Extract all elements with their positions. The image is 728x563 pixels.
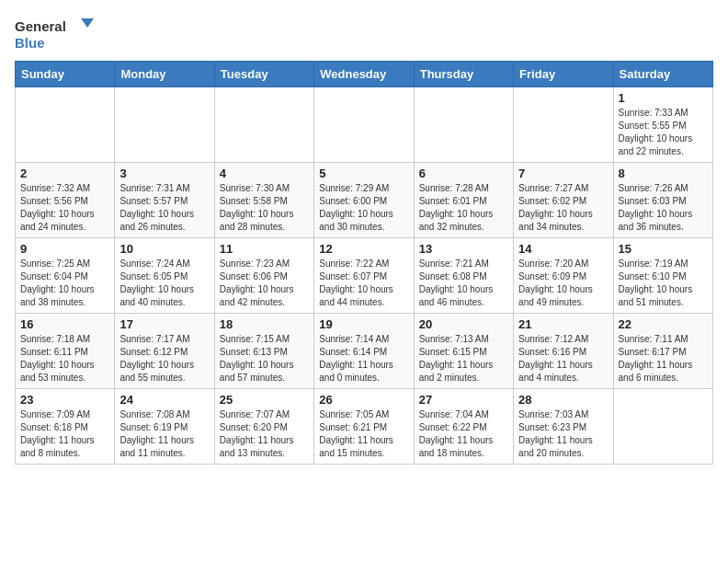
day-number: 7 [518, 167, 608, 180]
day-number: 5 [319, 167, 408, 180]
weekday-header-wednesday: Wednesday [314, 62, 414, 87]
day-info: Sunrise: 7:23 AM Sunset: 6:06 PM Dayligh… [220, 258, 309, 309]
calendar-cell: 5Sunrise: 7:29 AM Sunset: 6:00 PM Daylig… [314, 163, 414, 238]
day-info: Sunrise: 7:03 AM Sunset: 6:23 PM Dayligh… [518, 408, 608, 460]
calendar-cell: 14Sunrise: 7:20 AM Sunset: 6:09 PM Dayli… [514, 238, 613, 314]
day-info: Sunrise: 7:14 AM Sunset: 6:14 PM Dayligh… [319, 333, 408, 385]
day-number: 27 [419, 393, 508, 407]
day-info: Sunrise: 7:11 AM Sunset: 6:17 PM Dayligh… [619, 333, 708, 385]
day-number: 24 [119, 393, 209, 407]
day-number: 14 [518, 242, 608, 256]
logo: General Blue [15, 15, 97, 53]
weekday-header-saturday: Saturday [613, 62, 712, 87]
day-info: Sunrise: 7:22 AM Sunset: 6:07 PM Dayligh… [319, 258, 408, 309]
day-number: 9 [20, 242, 109, 256]
day-info: Sunrise: 7:33 AM Sunset: 5:55 PM Dayligh… [619, 107, 708, 158]
weekday-header-tuesday: Tuesday [214, 62, 313, 87]
calendar-cell: 1Sunrise: 7:33 AM Sunset: 5:55 PM Daylig… [613, 87, 712, 163]
calendar-cell: 15Sunrise: 7:19 AM Sunset: 6:10 PM Dayli… [613, 238, 712, 314]
day-number: 2 [20, 167, 109, 180]
calendar-cell [414, 87, 513, 163]
day-info: Sunrise: 7:13 AM Sunset: 6:15 PM Dayligh… [419, 333, 508, 385]
day-number: 16 [20, 317, 109, 331]
logo-svg: General Blue [15, 15, 97, 53]
calendar-cell: 12Sunrise: 7:22 AM Sunset: 6:07 PM Dayli… [314, 238, 414, 314]
day-info: Sunrise: 7:26 AM Sunset: 6:03 PM Dayligh… [619, 182, 708, 234]
day-info: Sunrise: 7:29 AM Sunset: 6:00 PM Dayligh… [319, 182, 408, 234]
day-number: 12 [319, 242, 408, 256]
weekday-header-monday: Monday [115, 62, 214, 87]
calendar-cell: 9Sunrise: 7:25 AM Sunset: 6:04 PM Daylig… [16, 238, 115, 314]
day-number: 28 [518, 393, 608, 407]
day-info: Sunrise: 7:24 AM Sunset: 6:05 PM Dayligh… [119, 258, 209, 309]
calendar-cell [16, 87, 115, 163]
calendar-cell: 18Sunrise: 7:15 AM Sunset: 6:13 PM Dayli… [214, 314, 313, 389]
calendar-cell: 4Sunrise: 7:30 AM Sunset: 5:58 PM Daylig… [214, 163, 313, 238]
calendar-cell: 27Sunrise: 7:04 AM Sunset: 6:22 PM Dayli… [414, 389, 513, 465]
day-info: Sunrise: 7:08 AM Sunset: 6:19 PM Dayligh… [119, 408, 209, 460]
day-number: 4 [220, 167, 309, 180]
day-number: 15 [619, 242, 708, 256]
weekday-header-thursday: Thursday [414, 62, 513, 87]
day-number: 21 [518, 317, 608, 331]
day-number: 19 [319, 317, 408, 331]
day-info: Sunrise: 7:05 AM Sunset: 6:21 PM Dayligh… [319, 408, 408, 460]
calendar-cell [314, 87, 414, 163]
calendar-cell: 25Sunrise: 7:07 AM Sunset: 6:20 PM Dayli… [214, 389, 313, 465]
day-info: Sunrise: 7:04 AM Sunset: 6:22 PM Dayligh… [419, 408, 508, 460]
page-header: General Blue [15, 15, 713, 53]
calendar-cell: 22Sunrise: 7:11 AM Sunset: 6:17 PM Dayli… [613, 314, 712, 389]
day-info: Sunrise: 7:15 AM Sunset: 6:13 PM Dayligh… [220, 333, 309, 385]
calendar-cell: 20Sunrise: 7:13 AM Sunset: 6:15 PM Dayli… [414, 314, 513, 389]
weekday-header-friday: Friday [514, 62, 613, 87]
day-number: 6 [419, 167, 508, 180]
calendar-cell: 3Sunrise: 7:31 AM Sunset: 5:57 PM Daylig… [115, 163, 214, 238]
calendar-cell: 21Sunrise: 7:12 AM Sunset: 6:16 PM Dayli… [514, 314, 613, 389]
day-info: Sunrise: 7:30 AM Sunset: 5:58 PM Dayligh… [220, 182, 309, 234]
calendar-cell [514, 87, 613, 163]
day-number: 10 [119, 242, 209, 256]
day-number: 20 [419, 317, 508, 331]
week-row-3: 9Sunrise: 7:25 AM Sunset: 6:04 PM Daylig… [16, 238, 713, 314]
day-number: 1 [619, 91, 708, 105]
calendar-cell: 8Sunrise: 7:26 AM Sunset: 6:03 PM Daylig… [613, 163, 712, 238]
calendar-cell: 17Sunrise: 7:17 AM Sunset: 6:12 PM Dayli… [115, 314, 214, 389]
day-info: Sunrise: 7:20 AM Sunset: 6:09 PM Dayligh… [518, 258, 608, 309]
calendar-cell: 24Sunrise: 7:08 AM Sunset: 6:19 PM Dayli… [115, 389, 214, 465]
calendar-cell: 16Sunrise: 7:18 AM Sunset: 6:11 PM Dayli… [16, 314, 115, 389]
day-info: Sunrise: 7:21 AM Sunset: 6:08 PM Dayligh… [419, 258, 508, 309]
weekday-header-sunday: Sunday [16, 62, 115, 87]
day-number: 3 [119, 167, 209, 180]
day-info: Sunrise: 7:32 AM Sunset: 5:56 PM Dayligh… [20, 182, 109, 234]
calendar-cell: 19Sunrise: 7:14 AM Sunset: 6:14 PM Dayli… [314, 314, 414, 389]
day-number: 11 [220, 242, 309, 256]
day-info: Sunrise: 7:28 AM Sunset: 6:01 PM Dayligh… [419, 182, 508, 234]
day-info: Sunrise: 7:27 AM Sunset: 6:02 PM Dayligh… [518, 182, 608, 234]
week-row-5: 23Sunrise: 7:09 AM Sunset: 6:18 PM Dayli… [16, 389, 713, 465]
calendar-cell: 13Sunrise: 7:21 AM Sunset: 6:08 PM Dayli… [414, 238, 513, 314]
day-info: Sunrise: 7:19 AM Sunset: 6:10 PM Dayligh… [619, 258, 708, 309]
calendar-cell: 26Sunrise: 7:05 AM Sunset: 6:21 PM Dayli… [314, 389, 414, 465]
weekday-header-row: SundayMondayTuesdayWednesdayThursdayFrid… [16, 62, 713, 87]
day-info: Sunrise: 7:09 AM Sunset: 6:18 PM Dayligh… [20, 408, 109, 460]
day-info: Sunrise: 7:31 AM Sunset: 5:57 PM Dayligh… [119, 182, 209, 234]
svg-marker-1 [81, 18, 94, 28]
week-row-4: 16Sunrise: 7:18 AM Sunset: 6:11 PM Dayli… [16, 314, 713, 389]
calendar-cell: 23Sunrise: 7:09 AM Sunset: 6:18 PM Dayli… [16, 389, 115, 465]
calendar-cell: 10Sunrise: 7:24 AM Sunset: 6:05 PM Dayli… [115, 238, 214, 314]
day-info: Sunrise: 7:12 AM Sunset: 6:16 PM Dayligh… [518, 333, 608, 385]
svg-text:General: General [15, 18, 66, 34]
day-number: 18 [220, 317, 309, 331]
calendar-cell [115, 87, 214, 163]
calendar-cell: 7Sunrise: 7:27 AM Sunset: 6:02 PM Daylig… [514, 163, 613, 238]
calendar-cell [613, 389, 712, 465]
day-number: 22 [619, 317, 708, 331]
day-number: 25 [220, 393, 309, 407]
day-number: 23 [20, 393, 109, 407]
day-number: 26 [319, 393, 408, 407]
day-info: Sunrise: 7:07 AM Sunset: 6:20 PM Dayligh… [220, 408, 309, 460]
week-row-1: 1Sunrise: 7:33 AM Sunset: 5:55 PM Daylig… [16, 87, 713, 163]
day-info: Sunrise: 7:18 AM Sunset: 6:11 PM Dayligh… [20, 333, 109, 385]
svg-text:Blue: Blue [15, 35, 45, 51]
calendar-cell: 28Sunrise: 7:03 AM Sunset: 6:23 PM Dayli… [514, 389, 613, 465]
